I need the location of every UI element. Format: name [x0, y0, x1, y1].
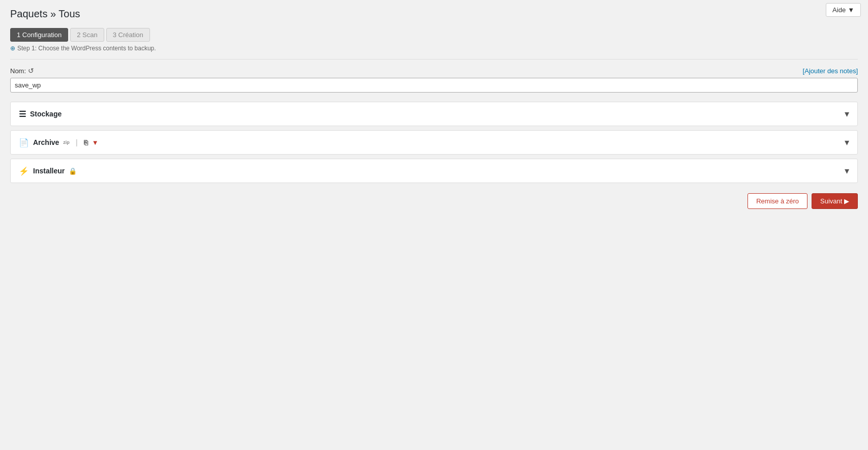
stockage-icon: ☰: [19, 109, 26, 119]
steps-container: 1 Configuration 2 Scan 3 Création: [10, 28, 858, 42]
nom-text: Nom:: [10, 67, 26, 75]
step1-label: 1 Configuration: [17, 31, 62, 39]
filter-icon: ▼: [92, 139, 99, 146]
lock-icon: 🔒: [69, 167, 77, 175]
aide-label: Aide: [832, 6, 846, 14]
action-row: Remise à zéro Suivant ▶: [10, 193, 858, 219]
zip-badge: zip: [63, 140, 70, 145]
main-content: Paquets » Tous 1 Configuration 2 Scan 3 …: [0, 0, 868, 227]
wp-icon: ⊕: [10, 45, 15, 52]
separator: |: [76, 138, 78, 146]
stockage-header[interactable]: ☰ Stockage ▾: [11, 102, 857, 126]
aide-button[interactable]: Aide ▼: [826, 3, 861, 17]
archive-panel: 📄 Archive zip | ⎘ ▼ ▾: [10, 130, 858, 155]
divider: [10, 59, 858, 59]
step2-label: 2 Scan: [77, 31, 97, 39]
step3-button[interactable]: 3 Création: [106, 28, 150, 42]
breadcrumb-separator: »: [47, 8, 58, 19]
archive-header[interactable]: 📄 Archive zip | ⎘ ▼ ▾: [11, 131, 857, 154]
archive-chevron-icon: ▾: [845, 137, 849, 148]
installeur-chevron-icon: ▾: [845, 165, 849, 176]
next-button[interactable]: Suivant ▶: [812, 193, 858, 209]
stockage-title: ☰ Stockage: [19, 109, 62, 119]
stockage-label: Stockage: [30, 110, 62, 118]
top-bar: Aide ▼: [819, 0, 868, 20]
reset-icon[interactable]: ↺: [28, 67, 34, 75]
installeur-header[interactable]: ⚡ Installeur 🔒 ▾: [11, 159, 857, 183]
installeur-icon: ⚡: [19, 166, 29, 176]
step3-label: 3 Création: [113, 31, 143, 39]
installeur-label: Installeur: [33, 167, 65, 175]
reset-button[interactable]: Remise à zéro: [747, 193, 807, 209]
breadcrumb: Paquets » Tous: [10, 8, 858, 20]
archive-icon: 📄: [19, 138, 29, 147]
step1-button[interactable]: 1 Configuration: [10, 28, 68, 42]
breadcrumb-tous: Tous: [58, 8, 80, 19]
stockage-chevron-icon: ▾: [845, 108, 849, 119]
name-label: Nom: ↺: [10, 67, 34, 75]
aide-chevron-icon: ▼: [848, 6, 854, 14]
archive-label: Archive: [33, 138, 59, 146]
copy-icon: ⎘: [84, 139, 88, 146]
stockage-panel: ☰ Stockage ▾: [10, 102, 858, 126]
installeur-panel: ⚡ Installeur 🔒 ▾: [10, 159, 858, 183]
installeur-title: ⚡ Installeur 🔒: [19, 166, 77, 176]
breadcrumb-paquets: Paquets: [10, 8, 47, 19]
add-notes-link[interactable]: [Ajouter des notes]: [803, 67, 858, 75]
archive-title: 📄 Archive zip | ⎘ ▼: [19, 138, 99, 147]
step-description: ⊕ Step 1: Choose the WordPress contents …: [10, 45, 858, 52]
step2-button[interactable]: 2 Scan: [70, 28, 104, 42]
name-input[interactable]: [10, 78, 858, 93]
step-desc-text: Step 1: Choose the WordPress contents to…: [17, 45, 156, 52]
name-row: Nom: ↺ [Ajouter des notes]: [10, 67, 858, 75]
